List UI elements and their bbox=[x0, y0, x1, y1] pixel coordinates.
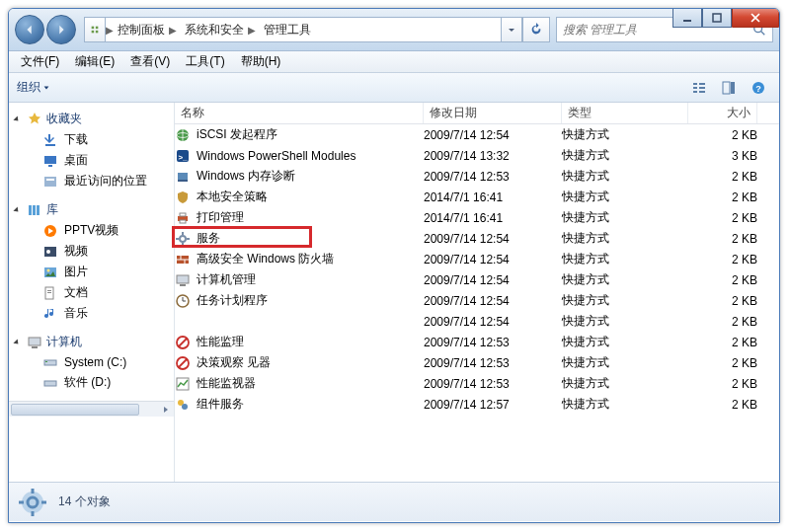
file-type: 快捷方式 bbox=[562, 189, 688, 205]
refresh-button[interactable] bbox=[522, 17, 550, 42]
file-row[interactable]: 任务计划程序2009/7/14 12:54快捷方式2 KB bbox=[175, 290, 779, 311]
file-type: 快捷方式 bbox=[562, 292, 688, 309]
pictures-icon bbox=[42, 265, 58, 280]
file-icon bbox=[175, 397, 191, 413]
forward-button[interactable] bbox=[46, 15, 76, 44]
sidebar-item-videos[interactable]: 视频 bbox=[9, 241, 174, 262]
breadcrumb-seg-0[interactable]: 控制面板▶ bbox=[114, 22, 181, 38]
file-list-pane: 名称 修改日期 类型 大小 iSCSI 发起程序2009/7/14 12:54快… bbox=[175, 103, 779, 482]
statusbar: 14 个对象 bbox=[9, 482, 779, 521]
file-row[interactable]: iSCSI 发起程序2009/7/14 12:54快捷方式2 KB bbox=[175, 124, 779, 145]
recent-icon bbox=[42, 174, 58, 190]
breadcrumb-seg-1[interactable]: 系统和安全▶ bbox=[181, 22, 260, 38]
svg-point-29 bbox=[47, 268, 50, 271]
file-row[interactable]: 性能监视器2009/7/14 12:53快捷方式2 KB bbox=[175, 373, 779, 394]
minimize-button[interactable] bbox=[672, 8, 702, 28]
file-row[interactable]: 组件服务2009/7/14 12:57快捷方式2 KB bbox=[175, 394, 779, 415]
navigation-pane[interactable]: 收藏夹 下载 桌面 最近访问的位置 库 PPTV视频 视频 图片 文档 音乐 bbox=[9, 103, 175, 482]
sidebar-item-music[interactable]: 音乐 bbox=[9, 303, 174, 324]
star-icon bbox=[27, 112, 42, 127]
col-name[interactable]: 名称 bbox=[175, 103, 424, 123]
help-button[interactable]: ? bbox=[746, 77, 771, 99]
col-date[interactable]: 修改日期 bbox=[424, 103, 562, 123]
preview-pane-button[interactable] bbox=[716, 77, 742, 99]
menu-view[interactable]: 查看(V) bbox=[122, 51, 178, 72]
file-row[interactable]: 计算机管理2009/7/14 12:54快捷方式2 KB bbox=[175, 269, 779, 290]
file-name: 本地安全策略 bbox=[197, 189, 268, 205]
maximize-button[interactable] bbox=[702, 8, 732, 28]
sidebar-hscroll[interactable] bbox=[9, 401, 174, 417]
file-type: 快捷方式 bbox=[562, 396, 688, 413]
file-type: 快捷方式 bbox=[562, 147, 688, 164]
titlebar: ▶ 控制面板▶ 系统和安全▶ 管理工具 bbox=[9, 9, 779, 51]
pptv-icon bbox=[42, 223, 58, 239]
menu-edit[interactable]: 编辑(E) bbox=[67, 51, 122, 72]
music-icon bbox=[42, 306, 58, 322]
drive-icon bbox=[42, 375, 58, 391]
breadcrumb-seg-2[interactable]: 管理工具 bbox=[260, 22, 315, 38]
toolbar: 组织 ? bbox=[9, 73, 779, 103]
svg-text:?: ? bbox=[755, 84, 761, 94]
back-button[interactable] bbox=[15, 15, 44, 44]
file-row[interactable]: 性能监理2009/7/14 12:53快捷方式2 KB bbox=[175, 332, 779, 352]
sidebar-item-documents[interactable]: 文档 bbox=[9, 282, 174, 303]
breadcrumb-root-icon[interactable] bbox=[84, 17, 106, 42]
sidebar-item-desktop[interactable]: 桌面 bbox=[9, 150, 174, 171]
sidebar-item-drive-c[interactable]: System (C:) bbox=[9, 352, 174, 372]
address-bar[interactable]: ▶ 控制面板▶ 系统和安全▶ 管理工具 bbox=[84, 17, 550, 42]
column-headers: 名称 修改日期 类型 大小 bbox=[175, 103, 779, 124]
sidebar-item-downloads[interactable]: 下载 bbox=[9, 129, 174, 150]
file-row[interactable]: 打印管理2014/7/1 16:41快捷方式2 KB bbox=[175, 207, 779, 228]
sidebar-item-recent[interactable]: 最近访问的位置 bbox=[9, 171, 174, 191]
sidebar-libraries[interactable]: 库 bbox=[9, 199, 174, 220]
svg-rect-4 bbox=[92, 31, 95, 33]
svg-rect-8 bbox=[693, 83, 697, 85]
svg-rect-72 bbox=[32, 511, 35, 516]
file-row[interactable]: 2009/7/14 12:54快捷方式2 KB bbox=[175, 311, 779, 332]
svg-rect-57 bbox=[177, 275, 189, 283]
file-name: Windows 内存诊断 bbox=[197, 168, 295, 185]
file-row[interactable]: 高级安全 Windows 防火墙2009/7/14 12:54快捷方式2 KB bbox=[175, 249, 779, 269]
file-size: 2 KB bbox=[688, 398, 757, 412]
file-row[interactable]: >_Windows PowerShell Modules2009/7/14 13… bbox=[175, 145, 779, 166]
svg-rect-11 bbox=[699, 83, 705, 85]
file-name: 任务计划程序 bbox=[197, 292, 268, 309]
file-name: 性能监视器 bbox=[197, 375, 256, 392]
sidebar-item-pictures[interactable]: 图片 bbox=[9, 262, 174, 282]
file-icon bbox=[175, 127, 191, 143]
sidebar-favorites[interactable]: 收藏夹 bbox=[9, 109, 174, 129]
file-name: 打印管理 bbox=[197, 209, 244, 226]
col-size[interactable]: 大小 bbox=[688, 103, 757, 123]
file-date: 2009/7/14 12:54 bbox=[424, 232, 562, 246]
svg-rect-15 bbox=[731, 82, 735, 94]
svg-rect-31 bbox=[47, 290, 51, 291]
file-row[interactable]: 本地安全策略2014/7/1 16:41快捷方式2 KB bbox=[175, 187, 779, 207]
file-icon bbox=[175, 169, 191, 185]
sidebar-computer[interactable]: 计算机 bbox=[9, 332, 174, 352]
menu-file[interactable]: 文件(F) bbox=[13, 51, 67, 72]
video-icon bbox=[42, 244, 58, 260]
file-size: 2 KB bbox=[688, 273, 757, 287]
close-button[interactable] bbox=[732, 8, 779, 28]
file-type: 快捷方式 bbox=[562, 354, 688, 371]
file-list[interactable]: iSCSI 发起程序2009/7/14 12:54快捷方式2 KB>_Windo… bbox=[175, 124, 779, 482]
file-type: 快捷方式 bbox=[562, 126, 688, 143]
col-type[interactable]: 类型 bbox=[562, 103, 688, 123]
svg-rect-12 bbox=[699, 87, 705, 89]
file-row[interactable]: Windows 内存诊断2009/7/14 12:53快捷方式2 KB bbox=[175, 166, 779, 187]
file-type: 快捷方式 bbox=[562, 313, 688, 330]
menu-help[interactable]: 帮助(H) bbox=[233, 51, 289, 72]
menubar: 文件(F) 编辑(E) 查看(V) 工具(T) 帮助(H) bbox=[9, 51, 779, 73]
file-row[interactable]: 服务2009/7/14 12:54快捷方式2 KB bbox=[175, 228, 779, 249]
file-row[interactable]: 决策观察 见器2009/7/14 12:53快捷方式2 KB bbox=[175, 352, 779, 373]
menu-tools[interactable]: 工具(T) bbox=[178, 51, 232, 72]
explorer-body: 收藏夹 下载 桌面 最近访问的位置 库 PPTV视频 视频 图片 文档 音乐 bbox=[9, 103, 779, 482]
svg-rect-5 bbox=[96, 31, 99, 33]
documents-icon bbox=[42, 285, 58, 301]
download-icon bbox=[42, 132, 58, 148]
breadcrumb-dropdown[interactable] bbox=[501, 17, 522, 42]
sidebar-item-pptv[interactable]: PPTV视频 bbox=[9, 220, 174, 241]
organize-button[interactable]: 组织 bbox=[17, 79, 50, 96]
sidebar-item-drive-d[interactable]: 软件 (D:) bbox=[9, 372, 174, 393]
view-options-button[interactable] bbox=[686, 77, 712, 99]
